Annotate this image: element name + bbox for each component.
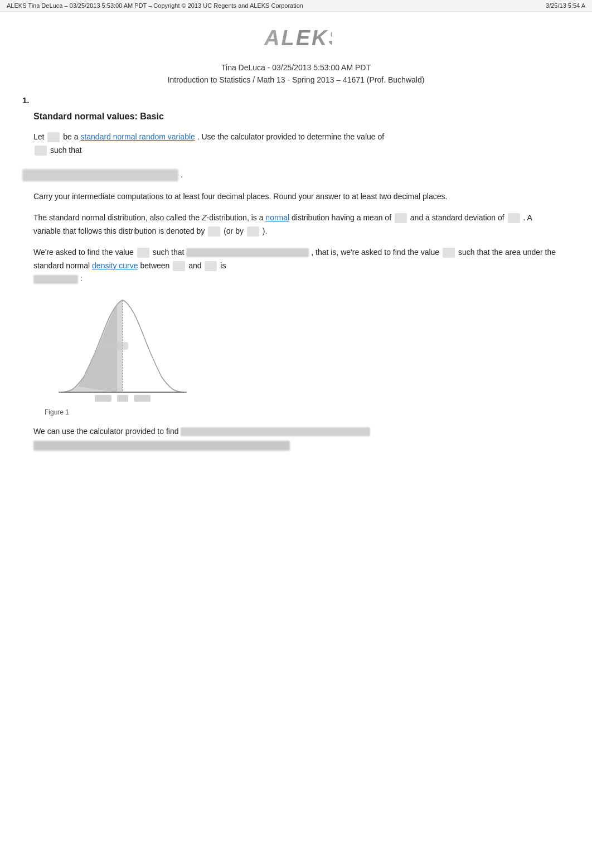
paragraph-1: Let be a standard normal random variable… — [33, 131, 559, 157]
svg-rect-3 — [95, 395, 111, 402]
p2-end: ). — [263, 226, 268, 235]
p2-after: distribution having a mean of — [292, 213, 394, 222]
logo-area: ALEKS — [22, 23, 570, 52]
figure-area: Figure 1 — [45, 295, 570, 416]
p2-stddev: and a standard deviation of — [410, 213, 507, 222]
section-title: Standard normal values: Basic — [33, 112, 570, 122]
such-that-text: such that — [50, 146, 82, 155]
user-info-line1: Tina DeLuca - 03/25/2013 5:53:00 AM PDT — [22, 61, 570, 74]
p2-before: The standard normal distribution, also c… — [33, 213, 265, 222]
svg-rect-6 — [100, 342, 128, 350]
density-curve-link[interactable]: density curve — [92, 261, 138, 270]
bottom-blurred-lines — [33, 441, 559, 451]
carry-text: Carry your intermediate computations to … — [33, 190, 559, 204]
question-number: 1. — [22, 95, 570, 105]
variable-box-or — [247, 226, 259, 237]
standard-normal-link[interactable]: standard normal random variable — [80, 132, 195, 141]
blurred-inline-2 — [33, 275, 78, 284]
value-box-2 — [443, 248, 455, 258]
page-content: ALEKS Tina DeLuca - 03/25/2013 5:53:00 A… — [0, 12, 592, 470]
header-left: ALEKS Tina DeLuca – 03/25/2013 5:53:00 A… — [7, 2, 303, 9]
p3-is: is — [220, 261, 226, 270]
variable-box-c — [35, 146, 47, 156]
paragraph-2: The standard normal distribution, also c… — [33, 211, 559, 238]
aleks-logo: ALEKS — [260, 23, 332, 51]
user-info: Tina DeLuca - 03/25/2013 5:53:00 AM PDT … — [22, 61, 570, 86]
normal-link[interactable]: normal — [265, 213, 289, 222]
svg-rect-5 — [134, 395, 151, 402]
use-calc-text: . Use the calculator provided to determi… — [197, 132, 384, 141]
value-box-1 — [137, 248, 149, 258]
between-box-2 — [205, 261, 217, 271]
normal-curve-svg — [45, 295, 201, 406]
p2-or-by: (or by — [224, 226, 246, 235]
blurred-bottom-1 — [33, 441, 290, 451]
user-info-line2: Introduction to Statistics / Math 13 - S… — [22, 74, 570, 86]
header-right: 3/25/13 5:54 A — [546, 2, 585, 9]
p4-text1: We can use the calculator provided to fi… — [33, 427, 178, 436]
blurred-formula — [22, 169, 178, 181]
be-a-text: be a — [63, 132, 80, 141]
svg-text:ALEKS: ALEKS — [264, 26, 332, 50]
paragraph-4: We can use the calculator provided to fi… — [33, 425, 559, 451]
p3-text1: We're asked to find the value — [33, 248, 136, 257]
stddev-box — [508, 213, 520, 223]
variable-box-denoted — [208, 226, 220, 237]
figure-caption: Figure 1 — [45, 408, 570, 416]
between-box-1 — [173, 261, 185, 271]
mean-box — [395, 213, 407, 223]
let-text: Let — [33, 132, 46, 141]
blurred-calc-1 — [181, 427, 370, 436]
p3-colon: : — [80, 274, 83, 283]
p3-text3: , that is, we're asked to find the value — [311, 248, 441, 257]
formula-period: . — [181, 170, 183, 179]
header-bar: ALEKS Tina DeLuca – 03/25/2013 5:53:00 A… — [0, 0, 592, 12]
p3-between: between — [140, 261, 172, 270]
formula-block: . — [22, 165, 570, 186]
p3-text2: such that — [153, 248, 187, 257]
variable-box-z — [47, 132, 60, 142]
blurred-inline-1 — [186, 248, 309, 257]
p3-and: and — [188, 261, 203, 270]
svg-rect-4 — [117, 395, 128, 402]
paragraph-3: We're asked to find the value such that … — [33, 246, 559, 286]
